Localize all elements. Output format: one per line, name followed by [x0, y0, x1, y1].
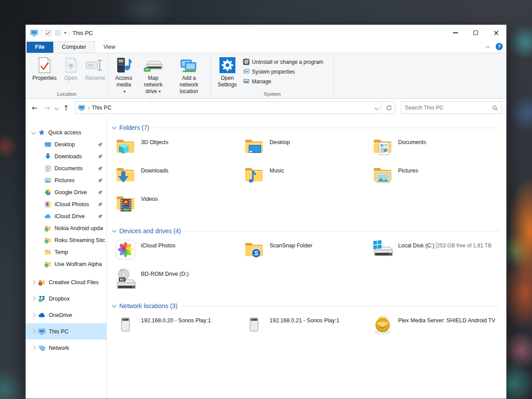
sidebar-item-desktop[interactable]: Desktop: [26, 138, 106, 150]
tile-desktop[interactable]: Desktop: [241, 135, 370, 164]
qat-customize-dropdown[interactable]: ▾: [64, 31, 66, 35]
breadcrumb[interactable]: This PC: [92, 105, 111, 111]
sidebar-item-onedrive[interactable]: OneDrive: [26, 307, 106, 323]
tile-documents[interactable]: Documents: [370, 135, 498, 164]
collapse-chevron-icon[interactable]: [31, 280, 36, 285]
rename-button[interactable]: Rename: [82, 55, 108, 83]
section-folders[interactable]: Folders (7): [113, 123, 499, 133]
search-input[interactable]: [405, 105, 492, 111]
sidebar-item-icloud-drive[interactable]: iCloud Drive: [26, 210, 106, 222]
rename-icon: [85, 56, 105, 74]
properties-qat-icon[interactable]: [45, 30, 51, 36]
sidebar-item-pictures[interactable]: Pictures: [26, 174, 106, 186]
forward-button[interactable]: →: [42, 104, 52, 112]
this-pc-icon: [30, 29, 38, 37]
local-disk-icon: [372, 239, 394, 262]
sidebar-item-this-pc[interactable]: This PC: [26, 323, 106, 340]
system-properties-button[interactable]: System properties: [241, 67, 325, 76]
tab-file[interactable]: File: [27, 42, 53, 53]
access-media-icon: [115, 56, 133, 74]
help-icon[interactable]: ?: [496, 43, 503, 50]
icloud-photos-icon: [114, 239, 137, 262]
search-icon[interactable]: [492, 105, 498, 111]
close-icon: ×: [493, 29, 499, 37]
sidebar-item-icloud-photos[interactable]: iCloud Photos: [26, 198, 106, 210]
up-button[interactable]: ↑: [61, 104, 71, 112]
open-button[interactable]: Open: [61, 55, 81, 83]
close-button[interactable]: ×: [486, 25, 506, 41]
collapse-chevron-icon[interactable]: [31, 346, 36, 350]
properties-button[interactable]: Properties: [29, 55, 60, 83]
pin-icon: [98, 202, 103, 207]
sidebar-item-nokia-android[interactable]: Nokia Android upda: [26, 222, 106, 234]
collapse-section-icon[interactable]: [112, 228, 117, 233]
open-settings-icon: [219, 56, 236, 74]
tile-music[interactable]: Music: [241, 164, 370, 192]
tile-icloud-photos-drive[interactable]: iCloud Photos: [113, 239, 241, 267]
minimize-ribbon-icon[interactable]: [486, 46, 490, 50]
tile-bd-rom-drive[interactable]: BD BD-ROM Drive (D:): [113, 267, 241, 295]
recent-locations-dropdown[interactable]: [55, 106, 59, 110]
folder-3d-objects-icon: [114, 136, 137, 158]
section-network-locations[interactable]: Network locations (3): [113, 301, 499, 311]
sidebar-item-google-drive[interactable]: Google Drive: [26, 186, 106, 198]
window-title: This PC: [73, 30, 93, 36]
collapse-section-icon[interactable]: [112, 303, 117, 308]
minimize-button[interactable]: [445, 25, 466, 41]
collapse-section-icon[interactable]: [112, 125, 117, 129]
back-button[interactable]: ←: [29, 104, 40, 112]
address-bar[interactable]: This PC: [75, 102, 381, 114]
access-media-button[interactable]: Accessmedia: [112, 55, 136, 96]
navigation-bar: ← → ↑ This PC: [26, 99, 506, 117]
this-pc-icon: [78, 104, 85, 111]
maximize-button[interactable]: [466, 25, 486, 41]
network-grid: 192.168.0.20 - Sonos Play:1 192.168.0.21…: [113, 313, 506, 342]
section-devices[interactable]: Devices and drives (4): [113, 226, 499, 236]
tile-videos[interactable]: Videos: [113, 192, 241, 220]
pictures-icon: [44, 177, 51, 184]
tile-sonos-21[interactable]: 192.168.0.21 - Sonos Play:1: [241, 313, 370, 342]
sidebar-item-roku-streaming[interactable]: Roku Streaming Stic: [26, 234, 106, 246]
refresh-button[interactable]: [383, 102, 395, 114]
maximize-icon: [473, 31, 478, 35]
dropbox-icon: [38, 295, 46, 302]
sidebar-gap: [26, 270, 106, 274]
collapse-chevron-icon[interactable]: [31, 313, 36, 317]
tile-downloads[interactable]: Downloads: [113, 164, 241, 192]
sidebar-item-temp[interactable]: Temp: [26, 246, 106, 258]
sidebar-item-quick-access[interactable]: Quick access: [26, 126, 106, 138]
sidebar-item-network[interactable]: Network: [26, 340, 106, 356]
pin-icon: [98, 166, 103, 171]
breadcrumb-chevron-icon[interactable]: [87, 106, 90, 109]
collapse-chevron-icon[interactable]: [31, 329, 36, 334]
add-network-location-button[interactable]: Add a networklocation: [171, 55, 207, 96]
uninstall-program-button[interactable]: Uninstall or change a program: [241, 58, 325, 66]
tile-sonos-20[interactable]: 192.168.0.20 - Sonos Play:1: [113, 313, 241, 342]
manage-button[interactable]: Manage: [241, 77, 325, 86]
address-dropdown-icon[interactable]: [375, 106, 379, 110]
expand-chevron-icon[interactable]: [31, 130, 36, 135]
svg-text:S: S: [254, 250, 258, 257]
sidebar-item-creative-cloud-files[interactable]: ∞ Creative Cloud Files: [26, 274, 106, 290]
tab-computer[interactable]: Computer: [53, 41, 95, 53]
tile-plex-media-server[interactable]: Plex Media Server: SHIELD Android TV: [370, 313, 498, 342]
sidebar-item-use-wolfram-alpha[interactable]: Use Wolfram Alpha: [26, 258, 106, 270]
pin-icon: [98, 214, 103, 219]
system-properties-icon: [243, 68, 250, 75]
map-network-drive-button[interactable]: Map networkdrive: [137, 55, 170, 96]
collapse-chevron-icon[interactable]: [31, 297, 36, 301]
tile-scansnap-folder[interactable]: S ScanSnap Folder: [241, 239, 370, 267]
tab-view[interactable]: View: [95, 42, 124, 53]
this-pc-icon: [38, 328, 46, 335]
tile-pictures[interactable]: Pictures: [370, 164, 498, 192]
ribbon-group-system: OpenSettings Uninstall or change a progr…: [211, 53, 334, 98]
sidebar-item-documents[interactable]: Documents: [26, 162, 106, 174]
section-rule: [184, 231, 499, 231]
new-folder-qat-icon[interactable]: [55, 30, 61, 36]
tile-local-disk-c[interactable]: Local Disk (C:) 253 GB free of 1.81 TB: [370, 239, 498, 267]
sidebar-item-downloads[interactable]: Downloads: [26, 150, 106, 162]
sidebar-item-dropbox[interactable]: Dropbox: [26, 290, 106, 307]
title-bar: ▾ This PC ×: [26, 25, 506, 41]
open-settings-button[interactable]: OpenSettings: [215, 55, 240, 90]
tile-3d-objects[interactable]: 3D Objects: [113, 135, 241, 164]
